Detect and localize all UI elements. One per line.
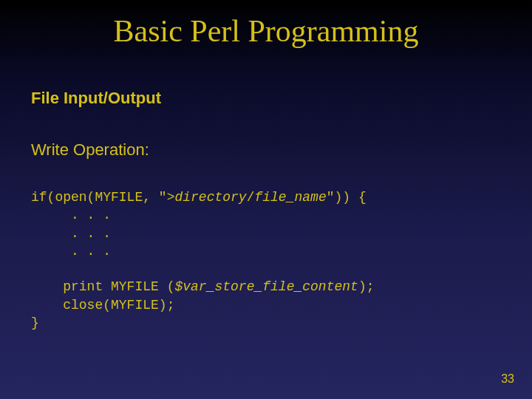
code-italic-filename: file_name (254, 190, 326, 205)
code-italic-directory: directory (174, 190, 246, 205)
code-line-1e: ")) { (327, 190, 366, 205)
code-italic-var: $var_store_file_content (174, 279, 358, 294)
code-line-7: close(MYFILE); (31, 298, 174, 313)
code-line-1a: if(open(MYFILE, "> (31, 190, 174, 205)
code-line-8: } (31, 316, 39, 330)
code-line-3: . . . (31, 226, 111, 241)
section-heading: File Input/Output (31, 89, 161, 108)
code-line-1c: / (247, 190, 255, 205)
code-block: if(open(MYFILE, ">directory/file_name"))… (31, 188, 375, 332)
code-line-6a: print MYFILE ( (31, 279, 174, 294)
subsection-heading: Write Operation: (31, 140, 149, 160)
page-number: 33 (501, 372, 514, 386)
slide-title: Basic Perl Programming (0, 13, 532, 49)
code-line-2: . . . (31, 208, 111, 222)
code-line-6c: ); (358, 279, 375, 294)
code-line-4: . . . (31, 244, 111, 259)
